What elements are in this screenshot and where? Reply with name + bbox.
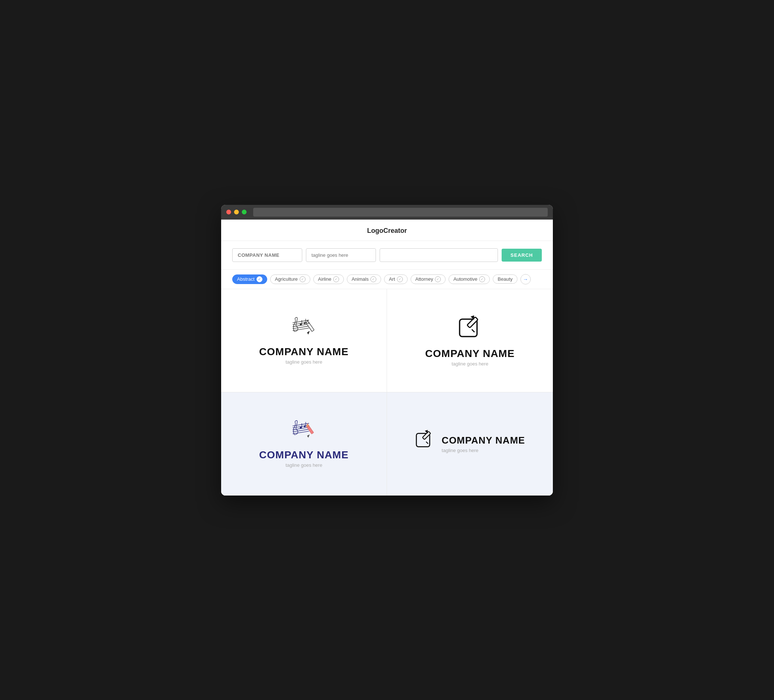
filter-next-button[interactable]: → — [521, 274, 531, 284]
filter-label-art: Art — [389, 276, 395, 282]
logo-icon-4 — [415, 430, 435, 452]
close-button[interactable] — [226, 210, 231, 215]
search-button[interactable]: SEARCH — [502, 249, 542, 262]
logo-tagline-2: tagline goes here — [452, 361, 488, 367]
logo-company-name-2: COMPANY NAME — [425, 348, 515, 360]
logo-company-name-4: COMPANY NAME — [442, 435, 525, 446]
tagline-input[interactable] — [306, 248, 376, 262]
maximize-button[interactable] — [242, 210, 246, 215]
address-bar[interactable] — [253, 208, 548, 216]
logo-card-3[interactable]: COMPANY NAME tagline goes here — [221, 392, 387, 495]
filter-bar: Abstract ✓ Agriculture ✓ Airline ✓ Anima… — [221, 270, 553, 289]
company-name-input[interactable] — [232, 248, 302, 262]
logo-icon-1 — [289, 317, 319, 340]
check-icon-animals: ✓ — [370, 276, 376, 282]
check-icon-agriculture: ✓ — [299, 276, 306, 282]
filter-label-airline: Airline — [318, 276, 331, 282]
app-content: LogoCreator SEARCH Abstract ✓ Agricultur… — [221, 220, 553, 495]
logo-company-name-3: COMPANY NAME — [259, 449, 349, 461]
logo-icon-2 — [457, 315, 483, 342]
svg-point-5 — [299, 323, 301, 325]
filter-chip-automotive[interactable]: Automotive ✓ — [448, 274, 490, 284]
check-icon-attorney: ✓ — [435, 276, 441, 282]
logo-tagline-3: tagline goes here — [286, 462, 322, 468]
filter-label-attorney: Attorney — [415, 276, 433, 282]
logo-text-block-4: COMPANY NAME tagline goes here — [442, 435, 525, 453]
check-icon-airline: ✓ — [333, 276, 339, 282]
filter-chip-airline[interactable]: Airline ✓ — [313, 274, 344, 284]
svg-point-24 — [304, 425, 306, 427]
browser-titlebar — [221, 205, 553, 220]
filter-label-abstract: Abstract — [237, 276, 255, 282]
check-icon-abstract: ✓ — [256, 276, 263, 282]
app-title: LogoCreator — [367, 227, 407, 234]
logo-card-4[interactable]: COMPANY NAME tagline goes here — [387, 392, 553, 495]
svg-point-22 — [299, 427, 301, 428]
logo-card-1[interactable]: COMPANY NAME tagline goes here — [221, 289, 387, 392]
logo-tagline-1: tagline goes here — [286, 359, 322, 365]
filter-chip-attorney[interactable]: Attorney ✓ — [410, 274, 446, 284]
svg-line-32 — [426, 442, 428, 444]
search-bar: SEARCH — [221, 241, 553, 270]
filter-label-agriculture: Agriculture — [275, 276, 298, 282]
check-icon-art: ✓ — [397, 276, 403, 282]
check-icon-automotive: ✓ — [479, 276, 485, 282]
filter-label-beauty: Beauty — [498, 276, 512, 282]
extra-search-input[interactable] — [380, 248, 498, 262]
filter-chip-animals[interactable]: Animals ✓ — [347, 274, 381, 284]
app-header: LogoCreator — [221, 220, 553, 241]
logo-card-2[interactable]: COMPANY NAME tagline goes here — [387, 289, 553, 392]
filter-chip-abstract[interactable]: Abstract ✓ — [232, 274, 267, 284]
svg-line-16 — [472, 329, 475, 332]
logo-tagline-4: tagline goes here — [442, 447, 525, 453]
browser-window: LogoCreator SEARCH Abstract ✓ Agricultur… — [221, 205, 553, 495]
logo-grid: COMPANY NAME tagline goes here COMPANY N… — [221, 289, 553, 495]
filter-chip-art[interactable]: Art ✓ — [384, 274, 408, 284]
minimize-button[interactable] — [234, 210, 239, 215]
filter-chip-agriculture[interactable]: Agriculture ✓ — [270, 274, 310, 284]
svg-marker-28 — [307, 434, 309, 438]
logo-company-name-1: COMPANY NAME — [259, 346, 349, 358]
svg-point-7 — [304, 322, 306, 324]
filter-label-animals: Animals — [352, 276, 369, 282]
filter-label-automotive: Automotive — [453, 276, 477, 282]
filter-chip-beauty[interactable]: Beauty — [493, 274, 517, 284]
logo-icon-3 — [289, 419, 319, 443]
